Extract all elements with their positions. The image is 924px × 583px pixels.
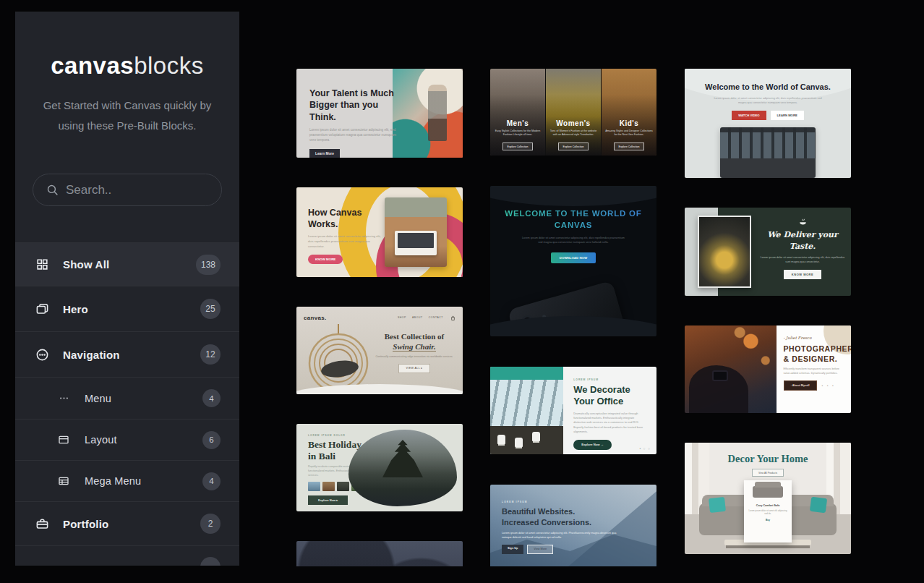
preview-title: Men's [493, 119, 542, 127]
search-icon [46, 184, 59, 196]
pagoda-silhouette [382, 440, 423, 477]
preview-button: Learn More [309, 149, 340, 158]
chair-shape [515, 438, 523, 447]
sidebar-item-label: Hero [63, 303, 88, 315]
count-badge: 2 [200, 514, 221, 534]
sidebar-item-navigation[interactable]: Navigation 12 [15, 331, 239, 377]
preview-button: View More [527, 545, 553, 554]
sidebar-item-label: Mega Menu [85, 475, 141, 487]
thumbnail [308, 482, 320, 491]
preview-nav-link: CONTACT [429, 316, 443, 319]
mega-menu-icon [56, 475, 72, 487]
preview-title: Beautiful Websites.Increased Conversions… [502, 506, 617, 528]
count-badge: 25 [200, 299, 221, 319]
block-card-welcome-canvas[interactable]: Welcome to the World of Canvas. Lorem ip… [685, 69, 851, 178]
count-badge: 4 [202, 472, 221, 490]
count-badge: 138 [196, 255, 221, 275]
sidebar-item-hero[interactable]: Hero 25 [15, 286, 239, 331]
block-card-welcome-dark[interactable]: WELCOME TO THE WORLD OF CANVAS Lorem ips… [490, 186, 656, 336]
sidebar: canvasblocks Get Started with Canvas qui… [15, 12, 239, 566]
preview-title: Women's [549, 119, 598, 127]
preview-body: Lorem ipsum dolor sit amet consectetur a… [502, 531, 617, 540]
sidebar-item-show-all[interactable]: Show All 138 [15, 242, 239, 286]
search-box[interactable] [33, 174, 222, 206]
block-card-beautiful-websites[interactable]: LOREM IPSUM Beautiful Websites.Increased… [490, 485, 656, 566]
block-card-how-canvas-works[interactable]: How Canvas Works. Lorem ipsum dolor sit … [296, 187, 463, 277]
preview-button: DOWNLOAD NOW [551, 252, 596, 263]
preview-title: Best Collection ofSwing Chair. [375, 331, 454, 352]
laptop-photo [385, 197, 447, 267]
block-card-decor-home[interactable]: Decor Your Home View All Products Cozy C… [685, 443, 851, 554]
preview-button: KNOW MORE [784, 270, 821, 279]
pancakes-photo [698, 216, 751, 288]
sidebar-item-mega-menu[interactable]: Mega Menu 4 [15, 460, 239, 501]
hero-icon [34, 302, 50, 316]
preview-title: We Decorate Your Office [573, 384, 646, 408]
preview-site-logo: canvas. [304, 315, 326, 321]
preview-signature: - Juliet Fresco [784, 336, 844, 340]
block-card-photographer[interactable]: - Juliet Fresco PHOTOGRAPHER & DESIGNER.… [685, 325, 851, 413]
navigation-icon [34, 348, 50, 362]
block-card-swing-chair[interactable]: canvas. SHOP ABOUT CONTACT [296, 307, 463, 394]
briefcase-icon [34, 517, 50, 531]
block-card-talent-hero[interactable]: Your Talent is Much Bigger than you Thin… [296, 69, 463, 158]
preview-body: Continually communicating edge innovatio… [375, 355, 454, 359]
count-badge: 6 [202, 431, 221, 449]
wave-decoration [490, 186, 656, 206]
laptop-shape [395, 231, 437, 255]
grid-column-3: Welcome to the World of Canvas. Lorem ip… [685, 69, 851, 554]
pillow [810, 497, 827, 514]
preview-title: How Canvas Works. [308, 208, 391, 230]
preview-button: Explore Collection [614, 142, 645, 150]
preview-title: We Deliver yourTaste. [760, 229, 845, 252]
grid-column-1: Your Talent is Much Bigger than you Thin… [296, 69, 463, 566]
tagline: Get Started with Canvas quickly by using… [37, 95, 218, 136]
preview-title: Your Talent is Much Bigger than you Thin… [309, 88, 399, 123]
preview-button: VIEW ALL ▸ [398, 364, 429, 373]
sidebar-item-menu[interactable]: Menu 4 [15, 377, 239, 419]
preview-title: Kid's [604, 119, 654, 127]
preview-body: Lorem ipsum dolor sit amet consectetur a… [309, 127, 399, 143]
preview-button: Sign Up [502, 545, 523, 554]
block-card-fashion-collections[interactable]: Men's Easy Stylish Collections for the M… [490, 69, 656, 156]
grid-icon [34, 258, 50, 271]
logo-bold: canvas [51, 52, 134, 79]
category-menu: Show All 138 Hero 25 Navigation 12 Menu … [15, 242, 239, 566]
product-card-overlay: Cozy Comfort Sofa Lorem ipsum dolor sit … [744, 480, 792, 542]
sidebar-item-label: Show All [63, 258, 109, 271]
preview-body: Lorem ipsum dolor sit amet consectetur a… [308, 234, 385, 249]
pagination-dots: • ○ ○ [639, 446, 651, 451]
sidebar-item-label: Menu [85, 393, 111, 404]
preview-eyebrow: LOREM IPSUM [502, 501, 617, 503]
panel-kids: Kid's Amazing Styles and Designer Collec… [602, 69, 656, 156]
sidebar-item-layout[interactable]: Layout 6 [15, 419, 239, 460]
block-card-partial[interactable] [296, 541, 463, 566]
person-figure [428, 85, 447, 141]
block-card-bali-holiday[interactable]: LOREM IPSUM DOLOR Best Holidayin Bali Ra… [296, 424, 463, 511]
search-input[interactable] [59, 183, 234, 197]
block-card-deliver-taste[interactable]: We Deliver yourTaste. Lorem ipsum dolor … [685, 208, 851, 296]
sidebar-item-label: Layout [85, 434, 117, 446]
pillow [709, 497, 726, 513]
preview-body: Lorem ipsum dolor sit amet consectetur a… [521, 236, 626, 245]
preview-button: ◦ About Myself [784, 380, 817, 391]
sidebar-item-partial[interactable] [15, 545, 239, 566]
preview-title: Decor Your Home [685, 453, 851, 465]
preview-button: LEARN MORE [771, 111, 804, 120]
preview-body: Easy Stylish Collections for the Modern … [493, 129, 542, 137]
product-cta: Buy [744, 519, 792, 522]
photographer-image [685, 325, 777, 413]
sidebar-item-portfolio[interactable]: Portfolio 2 [15, 501, 239, 545]
thumbnail [322, 482, 335, 491]
preview-body: Amazing Styles and Designer Collections … [604, 129, 654, 137]
wave-decoration [490, 316, 656, 336]
preview-button: KNOW MORE [308, 255, 343, 264]
preview-button: WATCH VIDEO [732, 111, 766, 120]
block-card-decorate-office[interactable]: LOREM IPSUM We Decorate Your Office Dram… [490, 367, 656, 454]
preview-nav-link: SHOP [398, 316, 406, 319]
preview-button: Explore Now ▸ [308, 495, 348, 505]
count-badge [200, 557, 221, 566]
app-logo: canvasblocks [15, 52, 239, 80]
sidebar-item-label: Navigation [63, 349, 120, 361]
preview-button: Explore Collection [558, 142, 589, 150]
